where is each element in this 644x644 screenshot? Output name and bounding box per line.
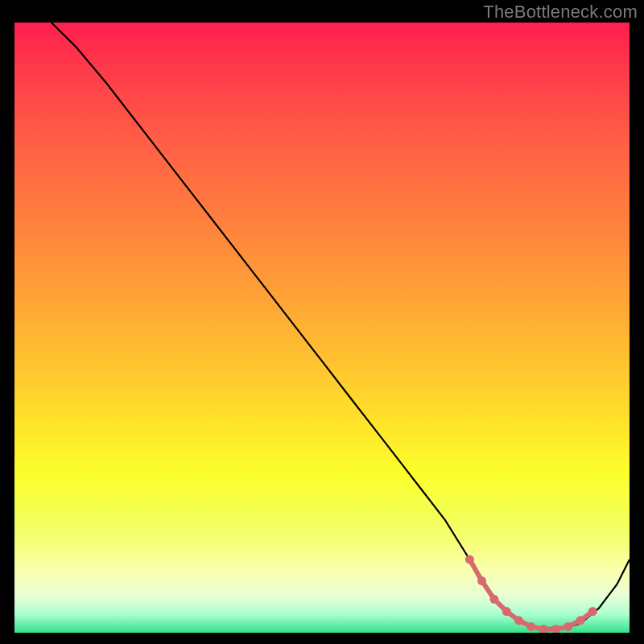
curve-layer <box>14 23 630 633</box>
highlight-marker <box>576 616 584 625</box>
highlight-marker <box>551 625 560 633</box>
bottleneck-curve <box>52 23 630 630</box>
highlight-marker <box>564 622 572 631</box>
highlight-marker <box>588 607 597 616</box>
highlight-marker <box>489 595 498 604</box>
watermark-label: TheBottleneck.com <box>483 2 638 23</box>
highlight-band <box>465 555 597 634</box>
highlight-marker <box>502 607 511 616</box>
plot-area <box>14 23 630 633</box>
curve-path <box>52 23 630 630</box>
highlight-marker <box>477 576 486 585</box>
highlight-marker <box>539 625 548 633</box>
highlight-stroke <box>469 559 592 630</box>
chart-root: TheBottleneck.com <box>0 0 644 644</box>
highlight-marker <box>526 622 535 631</box>
highlight-marker <box>514 616 523 625</box>
highlight-marker <box>465 555 474 564</box>
